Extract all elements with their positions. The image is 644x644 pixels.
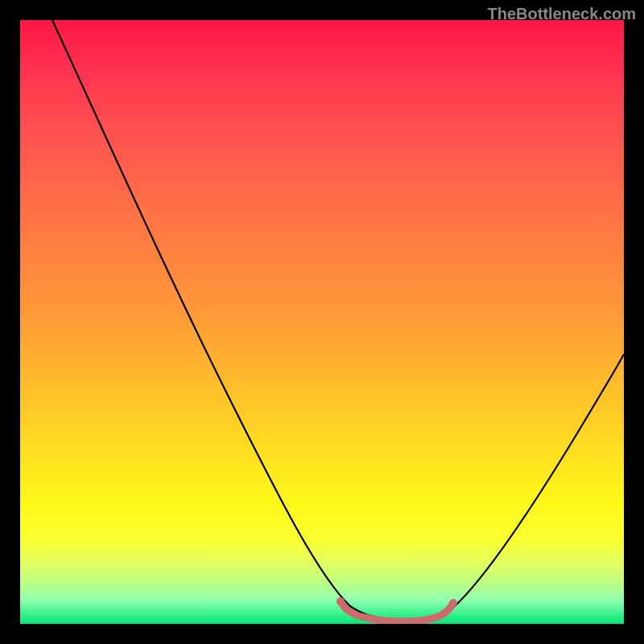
watermark-text: TheBottleneck.com xyxy=(488,5,636,23)
chart-plot-area xyxy=(20,20,624,624)
gradient-background xyxy=(20,20,624,624)
